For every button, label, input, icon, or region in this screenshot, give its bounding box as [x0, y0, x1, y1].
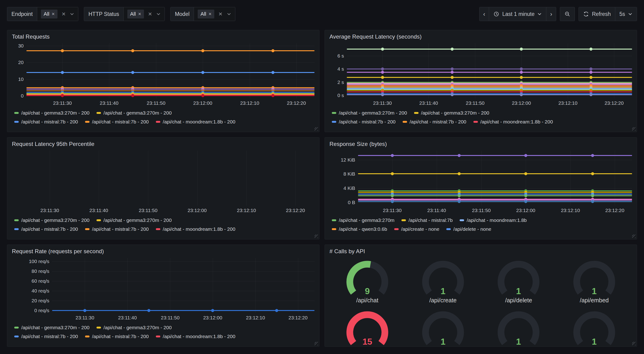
legend-item[interactable]: /api/chat - gemma3:270m - 200 [14, 110, 90, 116]
legend-item[interactable]: /api/chat - qwen3:0.6b [332, 226, 387, 232]
clear-filter-icon[interactable]: × [218, 11, 223, 17]
gauge-value: 1 [440, 337, 446, 346]
panel-resize-handle[interactable] [632, 234, 636, 238]
x-tick-label: 23:12:10 [240, 100, 260, 106]
clear-filter-icon[interactable]: × [148, 11, 152, 17]
filter-chip[interactable]: All × [127, 10, 144, 19]
legend-item[interactable]: /api/chat - mistral:7b - 200 [14, 334, 78, 339]
legend-label: /api/chat - mistral:7b [408, 217, 452, 223]
panel-resize-handle[interactable] [314, 234, 318, 238]
legend-item[interactable]: /api/chat - gemma3:270m - 200 [96, 110, 172, 116]
plot-canvas [52, 258, 314, 313]
x-tick-label: 23:11:50 [161, 315, 180, 320]
gauge[interactable]: 1/api/delete [481, 258, 556, 304]
panel-resize-handle[interactable] [314, 127, 318, 131]
clear-filter-icon[interactable]: × [61, 11, 66, 17]
panel-title[interactable]: Total Requests [12, 34, 314, 40]
legend-label: /api/create - none [401, 226, 439, 232]
filter-chip[interactable]: All × [41, 10, 58, 19]
legend-item[interactable]: /api/chat - mistral:7b - 200 [85, 226, 149, 232]
legend-item[interactable]: /api/chat - moondream:1.8b - 200 [474, 119, 553, 125]
remove-chip-icon[interactable]: × [209, 12, 212, 17]
y-tick-label: 60 req/s [32, 278, 49, 284]
x-tick-label: 23:12:00 [203, 315, 222, 320]
remove-chip-icon[interactable]: × [138, 12, 141, 17]
legend-marker [402, 121, 407, 123]
series-point [450, 71, 454, 74]
time-range-button[interactable]: Last 1 minute [489, 7, 546, 21]
legend-item[interactable]: /api/chat - gemma3:270m - 200 [96, 217, 172, 223]
legend-row: /api/chat - mistral:7b - 200/api/chat - … [14, 119, 314, 125]
x-tick-label: 23:12:20 [286, 208, 305, 213]
chevron-down-icon[interactable] [227, 12, 231, 16]
x-axis-labels: 23:11:3023:11:4023:11:5023:12:0023:12:10… [26, 98, 314, 107]
legend-item[interactable]: /api/chat - moondream:1.8b - 200 [156, 119, 236, 125]
gauge-label: /api/create [429, 297, 456, 304]
grid-line-vertical [437, 151, 437, 206]
legend-item[interactable]: /api/chat - mistral:7b - 200 [402, 119, 466, 125]
chevron-down-icon[interactable] [70, 12, 74, 16]
legend-item[interactable]: /api/chat - gemma3:270m - 200 [332, 110, 407, 116]
series-point [520, 68, 523, 71]
time-shift-forward-button[interactable]: › [546, 7, 556, 21]
panel-total-requests: Total Requests 010203023:11:3023:11:4023… [7, 30, 320, 132]
panel-latency-95th-percentile: Request Latency 95th Percentile 23:11:30… [7, 137, 320, 239]
refresh-interval-button[interactable]: 5s [615, 7, 637, 21]
legend-marker [14, 121, 19, 123]
legend-item[interactable]: /api/create - none [394, 226, 439, 232]
legend-item[interactable]: /api/chat - mistral:7b [402, 217, 452, 223]
filter-value-area[interactable]: All × × [37, 7, 78, 21]
legend-item[interactable]: /api/chat - gemma3:270m [332, 217, 394, 223]
y-tick-label: 2 s [338, 80, 344, 85]
gauge-grid: 9/api/chat1/api/create1/api/delete1/api/… [330, 258, 632, 347]
filter-label: Endpoint [7, 7, 37, 21]
legend-marker [14, 327, 19, 328]
panel-resize-handle[interactable] [314, 342, 318, 345]
filter-http-status[interactable]: HTTP Status All × × [84, 7, 165, 21]
y-tick-label: 30 [18, 43, 24, 49]
legend-item[interactable]: /api/chat - moondream:1.8b - 200 [156, 334, 236, 339]
filter-value-area[interactable]: All × × [194, 7, 235, 21]
legend-item[interactable]: /api/chat - gemma3:270m - 200 [14, 325, 90, 330]
panel-title[interactable]: Response Size (bytes) [330, 141, 632, 147]
remove-chip-icon[interactable]: × [52, 12, 55, 17]
gauge[interactable]: 1/api/embed [556, 258, 632, 304]
legend-item[interactable]: /api/chat - mistral:7b - 200 [14, 226, 78, 232]
chevron-down-icon[interactable] [156, 12, 161, 16]
legend-item[interactable]: /api/chat - mistral:7b - 200 [332, 119, 396, 125]
legend-label: /api/chat - mistral:7b - 200 [21, 119, 78, 125]
gauge[interactable]: 1/api/tags [556, 309, 632, 347]
zoom-out-button[interactable] [560, 7, 575, 21]
legend: /api/chat - gemma3:270m/api/chat - mistr… [330, 217, 632, 232]
panel-title[interactable]: # Calls by API [330, 248, 632, 255]
panel-resize-handle[interactable] [632, 127, 636, 131]
legend-item[interactable]: /api/chat - gemma3:270m - 200 [96, 325, 172, 330]
filter-model[interactable]: Model All × × [170, 7, 235, 21]
time-shift-back-button[interactable]: ‹ [480, 7, 489, 21]
legend-item[interactable]: /api/chat - gemma3:270m - 200 [414, 110, 489, 116]
filter-chip[interactable]: All × [198, 10, 214, 19]
legend-item[interactable]: /api/chat - gemma3:270m - 200 [14, 217, 90, 223]
legend-item[interactable]: /api/chat - mistral:7b - 200 [14, 119, 78, 125]
gauge[interactable]: 1/api/pull [405, 309, 481, 347]
legend-item[interactable]: /api/chat - mistral:7b - 200 [85, 334, 149, 339]
series-point [61, 94, 64, 97]
gauge-arc: 15 [340, 309, 395, 347]
panel-title[interactable]: Request Latency 95th Percentile [12, 141, 314, 147]
panel-title[interactable]: Average Request Latency (seconds) [330, 34, 632, 40]
grid-line-vertical [298, 258, 298, 313]
legend-item[interactable]: /api/delete - none [446, 226, 491, 232]
gauge[interactable]: 1/api/show [481, 309, 556, 347]
gauge-value: 9 [365, 286, 370, 296]
legend-item[interactable]: /api/chat - moondream:1.8b [460, 217, 527, 223]
legend-item[interactable]: /api/chat - moondream:1.8b - 200 [156, 226, 236, 232]
refresh-button[interactable]: Refresh [579, 7, 615, 21]
legend-item[interactable]: /api/chat - mistral:7b - 200 [85, 119, 149, 125]
filter-value-area[interactable]: All × × [124, 7, 165, 21]
filter-endpoint[interactable]: Endpoint All × × [7, 7, 78, 21]
panel-resize-handle[interactable] [632, 342, 636, 345]
gauge[interactable]: 9/api/chat [330, 258, 405, 304]
panel-title[interactable]: Request Rate (requests per second) [12, 248, 314, 255]
gauge[interactable]: 1/api/create [405, 258, 481, 304]
gauge[interactable]: 15/api/generate [330, 309, 405, 347]
